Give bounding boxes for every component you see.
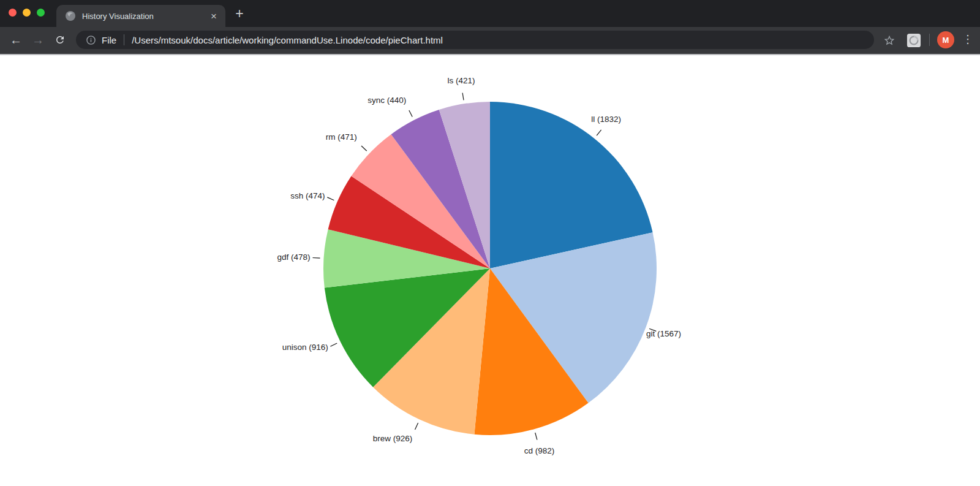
site-info-chip[interactable]: File bbox=[86, 35, 116, 45]
window-zoom-button[interactable] bbox=[37, 9, 45, 17]
pie-tick-ls bbox=[462, 93, 464, 101]
toolbar-right-icons: M ⋮ bbox=[883, 31, 974, 48]
address-bar[interactable]: File /Users/mtsouk/docs/article/working/… bbox=[76, 31, 874, 49]
pie-label-ssh: ssh (474) bbox=[290, 191, 325, 200]
pie-tick-brew bbox=[415, 423, 418, 430]
toolbar-separator bbox=[929, 34, 930, 46]
reload-icon bbox=[55, 34, 66, 45]
tab-title: History Visualization bbox=[82, 12, 209, 21]
browser-menu-icon[interactable]: ⋮ bbox=[962, 32, 974, 47]
pie-tick-rm bbox=[361, 146, 367, 151]
pie-label-gdf: gdf (478) bbox=[277, 252, 310, 262]
window-minimize-button[interactable] bbox=[23, 9, 31, 17]
window-controls bbox=[9, 9, 45, 17]
bookmark-star-icon[interactable] bbox=[883, 33, 896, 47]
new-tab-button[interactable]: + bbox=[232, 6, 247, 22]
pie-label-rm: rm (471) bbox=[326, 132, 357, 142]
back-button[interactable]: ← bbox=[5, 34, 27, 46]
pie-chart-svg: ll (1832)git (1567)cd (982)brew (926)uni… bbox=[0, 55, 980, 485]
extension-icon[interactable] bbox=[906, 32, 922, 48]
info-icon bbox=[86, 35, 96, 45]
reload-button[interactable] bbox=[49, 32, 71, 47]
pie-tick-gdf bbox=[313, 258, 320, 259]
pie-tick-cd bbox=[535, 433, 537, 440]
browser-toolbar: ← → File /Users/mtsouk/docs/article/work… bbox=[0, 27, 980, 55]
browser-tab[interactable]: History Visualization × bbox=[56, 5, 225, 27]
pie-label-ls: ls (421) bbox=[448, 76, 475, 85]
pie-tick-ssh bbox=[327, 197, 334, 200]
pie-label-ll: ll (1832) bbox=[591, 115, 621, 124]
pie-label-git: git (1567) bbox=[646, 329, 681, 338]
tab-close-icon[interactable]: × bbox=[209, 11, 218, 21]
pie-tick-ll bbox=[597, 130, 601, 135]
profile-avatar[interactable]: M bbox=[937, 31, 954, 48]
page-content: ll (1832)git (1567)cd (982)brew (926)uni… bbox=[0, 55, 980, 485]
pie-label-unison: unison (916) bbox=[282, 343, 328, 352]
pie-label-cd: cd (982) bbox=[524, 446, 555, 455]
pie-label-brew: brew (926) bbox=[373, 434, 413, 443]
forward-button[interactable]: → bbox=[27, 34, 49, 46]
address-separator bbox=[124, 34, 124, 45]
tab-strip: History Visualization × + bbox=[0, 0, 980, 27]
pie-tick-unison bbox=[330, 343, 337, 346]
tab-favicon-globe-icon bbox=[65, 10, 76, 21]
pie-label-sync: sync (440) bbox=[368, 96, 406, 105]
window-close-button[interactable] bbox=[9, 9, 17, 17]
pie-tick-sync bbox=[409, 110, 412, 117]
file-scheme-label: File bbox=[102, 35, 116, 45]
url-text[interactable]: /Users/mtsouk/docs/article/working/comma… bbox=[132, 35, 443, 45]
